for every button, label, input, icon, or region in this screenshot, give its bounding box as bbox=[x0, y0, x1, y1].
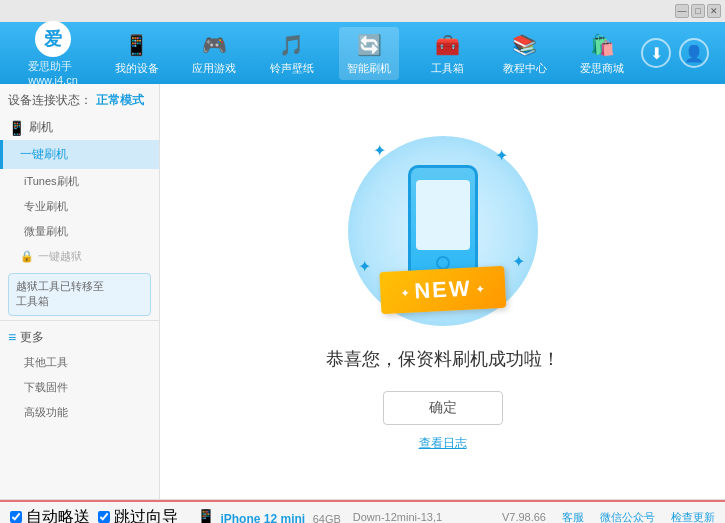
nav-toolbox[interactable]: 🧰 工具箱 bbox=[417, 27, 477, 80]
check-update-link[interactable]: 检查更新 bbox=[671, 510, 715, 524]
device-info: 📱 iPhone 12 mini 64GB bbox=[196, 508, 341, 524]
auto-send-input[interactable] bbox=[10, 511, 22, 523]
confirm-button[interactable]: 确定 bbox=[383, 391, 503, 425]
view-log-link[interactable]: 查看日志 bbox=[419, 435, 467, 452]
sparkle-1: ✦ bbox=[373, 141, 386, 160]
tutorial-icon: 📚 bbox=[511, 31, 539, 59]
flash-icon: 🔄 bbox=[355, 31, 383, 59]
store-icon: 🛍️ bbox=[588, 31, 616, 59]
customer-service-link[interactable]: 客服 bbox=[562, 510, 584, 524]
nav-ringtones[interactable]: 🎵 铃声壁纸 bbox=[262, 27, 322, 80]
sidebar-item-micro-flash[interactable]: 微量刷机 bbox=[0, 219, 159, 244]
title-bar: — □ ✕ bbox=[0, 0, 725, 22]
nav-store[interactable]: 🛍️ 爱思商城 bbox=[572, 27, 632, 80]
nav-my-device[interactable]: 📱 我的设备 bbox=[107, 27, 167, 80]
success-message: 恭喜您，保资料刷机成功啦！ bbox=[326, 347, 560, 371]
ringtone-icon: 🎵 bbox=[278, 31, 306, 59]
wechat-link[interactable]: 微信公众号 bbox=[600, 510, 655, 524]
sparkle-4: ✦ bbox=[512, 252, 525, 271]
footer: 自动略送 跳过向导 📱 iPhone 12 mini 64GB Down-12m… bbox=[0, 499, 725, 523]
sparkle-2: ✦ bbox=[495, 146, 508, 165]
maximize-btn[interactable]: □ bbox=[691, 4, 705, 18]
nav-smart-flash[interactable]: 🔄 智能刷机 bbox=[339, 27, 399, 80]
logo-icon: 爱 bbox=[35, 21, 71, 57]
download-btn[interactable]: ⬇ bbox=[641, 38, 671, 68]
sidebar-item-jailbreak-disabled: 🔒 一键越狱 bbox=[0, 244, 159, 269]
flash-section-icon: 📱 bbox=[8, 120, 25, 136]
sidebar-item-download-firmware[interactable]: 下载固件 bbox=[0, 375, 159, 400]
close-btn[interactable]: ✕ bbox=[707, 4, 721, 18]
nav-apps-games[interactable]: 🎮 应用游戏 bbox=[184, 27, 244, 80]
logo-area: 爱 爱思助手 www.i4.cn bbox=[8, 21, 98, 86]
sidebar-notice: 越狱工具已转移至工具箱 bbox=[8, 273, 151, 316]
sidebar-item-advanced[interactable]: 高级功能 bbox=[0, 400, 159, 425]
content-area: ✦ ✦ ✦ ✦ NEW 恭喜您，保资料刷机成功啦！ 确定 查看日志 bbox=[160, 84, 725, 499]
minimize-btn[interactable]: — bbox=[675, 4, 689, 18]
success-illustration: ✦ ✦ ✦ ✦ NEW bbox=[343, 131, 543, 331]
auto-send-checkbox[interactable]: 自动略送 bbox=[10, 507, 90, 524]
section-flash[interactable]: 📱 刷机 bbox=[0, 115, 159, 140]
more-icon: ≡ bbox=[8, 329, 16, 345]
toolbox-icon: 🧰 bbox=[433, 31, 461, 59]
main-area: 设备连接状态： 正常模式 📱 刷机 一键刷机 iTunes刷机 专业刷机 微量刷… bbox=[0, 84, 725, 499]
header: 爱 爱思助手 www.i4.cn 📱 我的设备 🎮 应用游戏 🎵 铃声壁纸 🔄 … bbox=[0, 22, 725, 84]
apps-icon: 🎮 bbox=[200, 31, 228, 59]
device-icon: 📱 bbox=[123, 31, 151, 59]
sidebar-item-other-tools[interactable]: 其他工具 bbox=[0, 350, 159, 375]
section-more[interactable]: ≡ 更多 bbox=[0, 325, 159, 350]
device-icon: 📱 bbox=[196, 509, 220, 524]
sidebar-divider bbox=[0, 320, 159, 321]
sparkle-3: ✦ bbox=[358, 257, 371, 276]
device-model: Down-12mini-13,1 bbox=[353, 511, 442, 523]
new-badge: NEW bbox=[379, 266, 506, 315]
sidebar: 设备连接状态： 正常模式 📱 刷机 一键刷机 iTunes刷机 专业刷机 微量刷… bbox=[0, 84, 160, 499]
nav-bar: 📱 我的设备 🎮 应用游戏 🎵 铃声壁纸 🔄 智能刷机 🧰 工具箱 📚 教程中心… bbox=[98, 27, 641, 80]
phone-screen bbox=[416, 180, 470, 250]
skip-wizard-checkbox[interactable]: 跳过向导 bbox=[98, 507, 178, 524]
sidebar-item-itunes-flash[interactable]: iTunes刷机 bbox=[0, 169, 159, 194]
user-btn[interactable]: 👤 bbox=[679, 38, 709, 68]
footer-right: V7.98.66 客服 微信公众号 检查更新 bbox=[502, 510, 715, 524]
header-right: ⬇ 👤 bbox=[641, 38, 717, 68]
sidebar-item-pro-flash[interactable]: 专业刷机 bbox=[0, 194, 159, 219]
lock-icon: 🔒 bbox=[20, 250, 34, 263]
logo-text: 爱思助手 www.i4.cn bbox=[28, 59, 78, 86]
skip-wizard-input[interactable] bbox=[98, 511, 110, 523]
nav-tutorials[interactable]: 📚 教程中心 bbox=[495, 27, 555, 80]
connection-status: 设备连接状态： 正常模式 bbox=[0, 88, 159, 115]
sidebar-item-one-key-flash[interactable]: 一键刷机 bbox=[0, 140, 159, 169]
